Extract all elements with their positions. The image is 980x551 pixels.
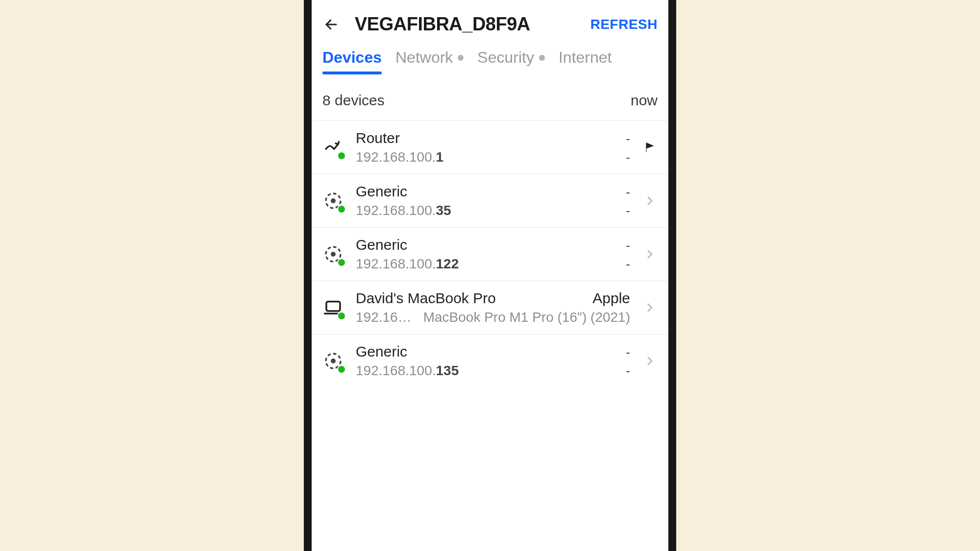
- device-text: Router - 192.168.100.1 -: [356, 130, 630, 165]
- row-action-icon-wrap: [642, 248, 658, 260]
- tab-internet[interactable]: Internet: [559, 48, 612, 73]
- svg-point-7: [331, 359, 336, 363]
- tab-network[interactable]: Network: [395, 48, 464, 73]
- device-name: David's MacBook Pro: [356, 290, 496, 307]
- chevron-right-icon: [644, 302, 656, 313]
- online-dot-icon: [337, 205, 346, 214]
- chevron-right-icon: [644, 355, 656, 367]
- device-text: Generic - 192.168.100.35 -: [356, 183, 630, 218]
- network-title: VEGAFIBRA_D8F9A: [355, 14, 590, 35]
- device-vendor: -: [626, 345, 630, 360]
- svg-rect-5: [326, 302, 340, 311]
- device-vendor: Apple: [592, 290, 630, 307]
- status-dot-icon: [539, 55, 545, 61]
- device-model: MacBook Pro M1 Pro (16") (2021): [423, 310, 630, 325]
- device-vendor: -: [626, 185, 630, 200]
- app-screen: VEGAFIBRA_D8F9A REFRESH Devices Network …: [312, 0, 668, 551]
- online-dot-icon: [337, 258, 346, 267]
- tab-label: Security: [477, 48, 534, 67]
- flag-icon: [643, 141, 656, 154]
- chevron-right-icon: [644, 248, 656, 260]
- device-name: Router: [356, 130, 400, 146]
- device-icon-wrap: [322, 350, 344, 372]
- chevron-right-icon: [644, 195, 656, 207]
- device-row-generic[interactable]: Generic - 192.168.100.122 -: [312, 227, 668, 281]
- device-list: Router - 192.168.100.1 -: [312, 120, 668, 387]
- device-ip: 192.168.100.122: [356, 256, 459, 272]
- device-row-macbook[interactable]: David's MacBook Pro Apple 192.168.100… M…: [312, 281, 668, 334]
- arrow-left-icon: [324, 17, 339, 32]
- last-scan-time: now: [631, 92, 658, 109]
- status-dot-icon: [458, 55, 464, 61]
- device-row-generic[interactable]: Generic - 192.168.100.35 -: [312, 174, 668, 227]
- device-row-generic[interactable]: Generic - 192.168.100.135 -: [312, 334, 668, 387]
- device-icon-wrap: [322, 137, 344, 158]
- device-ip: 192.168.100.135: [356, 363, 459, 379]
- tab-bar: Devices Network Security Internet: [312, 44, 668, 73]
- row-action-icon-wrap: [642, 141, 658, 154]
- tab-devices[interactable]: Devices: [322, 48, 382, 73]
- device-name: Generic: [356, 237, 407, 253]
- device-icon-wrap: [322, 297, 344, 318]
- device-ip: 192.168.100…: [356, 310, 418, 325]
- online-dot-icon: [337, 151, 346, 160]
- svg-point-2: [331, 198, 336, 203]
- row-action-icon-wrap: [642, 355, 658, 367]
- device-vendor: -: [626, 238, 630, 253]
- device-text: Generic - 192.168.100.135 -: [356, 343, 630, 379]
- device-model: -: [626, 363, 630, 379]
- device-count: 8 devices: [322, 92, 385, 109]
- summary-row: 8 devices now: [312, 73, 668, 120]
- device-model: -: [626, 203, 630, 218]
- phone-frame: VEGAFIBRA_D8F9A REFRESH Devices Network …: [304, 0, 676, 551]
- device-text: David's MacBook Pro Apple 192.168.100… M…: [356, 290, 630, 325]
- back-button[interactable]: [322, 16, 340, 33]
- tab-label: Internet: [559, 48, 612, 67]
- device-icon-wrap: [322, 243, 344, 265]
- header: VEGAFIBRA_D8F9A REFRESH: [312, 0, 668, 44]
- device-text: Generic - 192.168.100.122 -: [356, 237, 630, 272]
- device-ip: 192.168.100.35: [356, 203, 451, 218]
- device-vendor: -: [626, 131, 630, 146]
- device-model: -: [626, 257, 630, 272]
- device-icon-wrap: [322, 190, 344, 212]
- svg-point-4: [331, 252, 336, 257]
- refresh-button[interactable]: REFRESH: [590, 17, 658, 32]
- device-model: -: [626, 150, 630, 165]
- tab-label: Devices: [322, 48, 382, 67]
- device-ip: 192.168.100.1: [356, 149, 443, 165]
- device-name: Generic: [356, 183, 407, 200]
- row-action-icon-wrap: [642, 302, 658, 313]
- row-action-icon-wrap: [642, 195, 658, 207]
- tab-label: Network: [395, 48, 453, 67]
- online-dot-icon: [337, 365, 346, 374]
- device-row-router[interactable]: Router - 192.168.100.1 -: [312, 120, 668, 174]
- tab-security[interactable]: Security: [477, 48, 545, 73]
- device-name: Generic: [356, 343, 407, 360]
- online-dot-icon: [337, 311, 346, 320]
